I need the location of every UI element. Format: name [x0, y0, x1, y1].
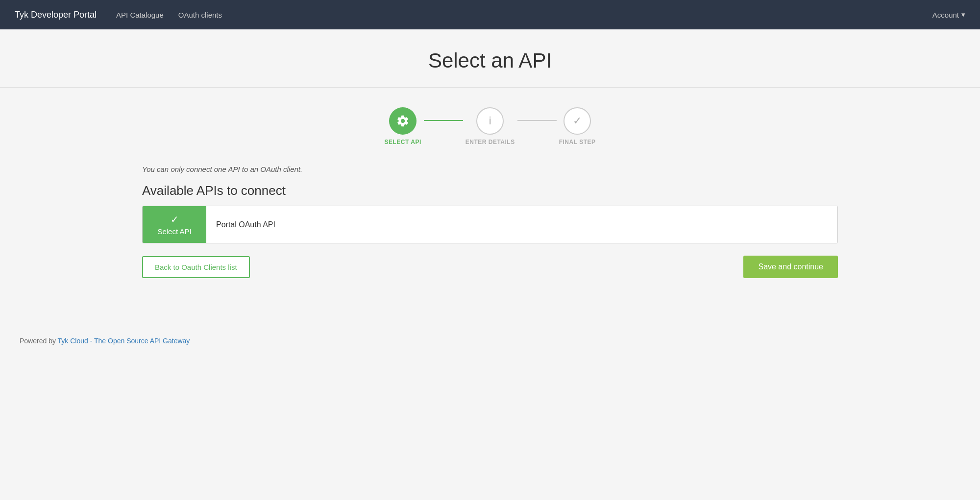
footer: Powered by Tyk Cloud - The Open Source A…: [0, 322, 980, 359]
step-connector-2: [517, 120, 557, 121]
account-menu[interactable]: Account ▾: [932, 10, 965, 19]
navbar: Tyk Developer Portal API Catalogue OAuth…: [0, 0, 980, 29]
nav-oauth-clients[interactable]: OAuth clients: [178, 11, 222, 19]
main-content: SELECT API i ENTER DETAILS ✓ FINAL STEP …: [122, 88, 858, 293]
step-connector-1: [424, 120, 463, 121]
step-enter-details: i ENTER DETAILS: [466, 107, 515, 145]
page-header: Select an API: [0, 29, 980, 88]
account-label: Account: [932, 11, 959, 19]
footer-text: Powered by: [20, 337, 58, 345]
account-dropdown-icon: ▾: [961, 10, 965, 19]
page-title: Select an API: [10, 49, 970, 72]
api-name-cell: Portal OAuth API: [206, 206, 837, 243]
step-3-icon: ✓: [573, 115, 582, 127]
select-api-label: Select API: [157, 227, 191, 236]
stepper: SELECT API i ENTER DETAILS ✓ FINAL STEP: [142, 102, 838, 145]
step-select-api: SELECT API: [385, 107, 421, 145]
back-to-oauth-button[interactable]: Back to Oauth Clients list: [142, 256, 250, 278]
gear-icon: [396, 114, 410, 128]
check-icon: ✓: [171, 214, 179, 225]
step-1-circle: [389, 107, 416, 135]
navbar-brand: Tyk Developer Portal: [15, 10, 97, 20]
footer-link[interactable]: Tyk Cloud - The Open Source API Gateway: [58, 337, 190, 345]
nav-api-catalogue[interactable]: API Catalogue: [116, 11, 164, 19]
navbar-nav: API Catalogue OAuth clients: [116, 11, 932, 19]
api-list: ✓ Select API Portal OAuth API: [142, 206, 838, 243]
step-3-circle: ✓: [564, 107, 591, 135]
step-3-label: FINAL STEP: [559, 139, 596, 145]
table-row: ✓ Select API Portal OAuth API: [143, 206, 837, 243]
oauth-notice: You can only connect one API to an OAuth…: [142, 165, 838, 173]
step-1-label: SELECT API: [385, 139, 421, 145]
step-final-step: ✓ FINAL STEP: [559, 107, 596, 145]
step-2-label: ENTER DETAILS: [466, 139, 515, 145]
select-api-button[interactable]: ✓ Select API: [143, 206, 206, 243]
section-title: Available APIs to connect: [142, 183, 838, 198]
step-2-circle: i: [476, 107, 504, 135]
bottom-actions: Back to Oauth Clients list Save and cont…: [142, 256, 838, 278]
save-continue-button[interactable]: Save and continue: [743, 256, 838, 278]
step-2-icon: i: [489, 115, 491, 127]
